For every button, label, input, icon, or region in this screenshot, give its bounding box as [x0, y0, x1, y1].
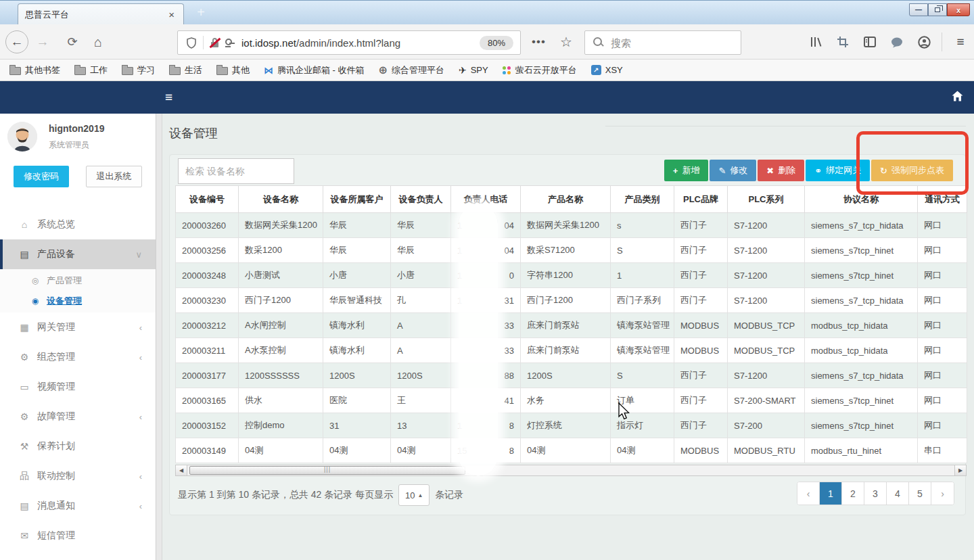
device-search-input[interactable]: [178, 158, 294, 184]
app-home-icon[interactable]: [952, 91, 963, 101]
page-button-2[interactable]: 2: [842, 482, 864, 505]
sidebar-item-message-notify[interactable]: ▤ 消息通知 ‹: [0, 491, 156, 521]
back-button[interactable]: ←: [5, 24, 28, 60]
bookmark-ezviz[interactable]: 萤石云开放平台: [503, 64, 577, 76]
browser-tab[interactable]: 思普云平台 ×: [18, 3, 184, 25]
library-icon[interactable]: [807, 24, 825, 60]
shield-icon[interactable]: [186, 37, 197, 49]
bookmark-folder-work[interactable]: 工作: [74, 64, 108, 76]
url-domain: iot.idosp.net: [241, 37, 296, 49]
horizontal-scrollbar[interactable]: ◀ ▶: [175, 465, 967, 476]
sidebar-toggle-icon[interactable]: [861, 24, 879, 60]
url-text[interactable]: iot.idosp.net/admin/index.html?lang: [241, 37, 480, 49]
col-owner[interactable]: 设备负责人: [391, 186, 451, 213]
bookmark-folder-life[interactable]: 生活: [169, 64, 202, 76]
sidebar-item-overview[interactable]: ⌂ 系统总览: [0, 210, 156, 239]
page-button-1[interactable]: 1: [820, 482, 842, 505]
col-product[interactable]: 产品名称: [521, 186, 611, 213]
page-button-5[interactable]: 5: [909, 482, 931, 505]
user-role: 系统管理员: [49, 139, 89, 151]
window-titlebar: 思普云平台 × + — x: [0, 0, 974, 24]
sidebar-item-device-mgmt[interactable]: ◉ 设备管理: [0, 291, 156, 311]
sidebar-item-gateway-mgmt[interactable]: ▦ 网关管理 ‹: [0, 312, 156, 342]
folder-icon: [216, 67, 228, 75]
url-bar[interactable]: iot.idosp.net/admin/index.html?lang 80%: [177, 30, 521, 55]
table-row[interactable]: 200003149 04测 04测 04测 158 04测 04测 MODBUS…: [176, 438, 967, 463]
page-actions-icon[interactable]: •••: [532, 24, 546, 60]
menu-hamburger-icon[interactable]: ≡: [951, 24, 970, 60]
browser-search-box[interactable]: [584, 30, 741, 55]
col-customer[interactable]: 设备所属客户: [323, 186, 391, 213]
insecure-lock-icon[interactable]: [210, 38, 220, 48]
edit-button[interactable]: ✎ 修改: [710, 160, 756, 181]
table-row[interactable]: 200003211 A水泵控制 镇海水利 A 33 庶来门前泵站 镇海泵站管理 …: [176, 338, 967, 363]
sidebar-item-space-mgmt[interactable]: ▦ 空间管理: [0, 551, 156, 560]
reload-button[interactable]: ⟳: [64, 24, 81, 60]
browser-toolbar: ← → ⟳ ⌂ iot.idosp.net/admin/index.html?l…: [0, 24, 974, 60]
table-row[interactable]: 200003256 数采1200 华辰 华辰 104 数采S71200 S 西门…: [176, 238, 967, 263]
delete-button[interactable]: ✖ 删除: [758, 160, 804, 181]
sidebar-scrollbar[interactable]: [156, 114, 162, 560]
zoom-level-badge[interactable]: 80%: [480, 36, 513, 50]
col-device-name[interactable]: 设备名称: [239, 186, 323, 213]
bookmark-mgmt-platform[interactable]: ⊕综合管理平台: [379, 64, 444, 76]
annotation-highlight-box: [856, 131, 969, 195]
urlbar-divider: [203, 36, 204, 49]
page-size-select[interactable]: 10 ▲: [398, 484, 430, 506]
close-button[interactable]: x: [947, 3, 970, 16]
sidebar-item-fault-mgmt[interactable]: ⚙ 故障管理 ‹: [0, 402, 156, 431]
col-plc-brand[interactable]: PLC品牌: [674, 186, 728, 213]
plane-icon: ✈: [459, 65, 467, 76]
col-plc-series[interactable]: PLC系列: [728, 186, 805, 213]
change-password-button[interactable]: 修改密码: [14, 166, 69, 187]
bookmark-folder-misc[interactable]: 其他: [216, 64, 250, 76]
sidebar-collapse-icon[interactable]: ≡: [165, 90, 172, 105]
scrollbar-thumb[interactable]: [189, 466, 465, 475]
add-button[interactable]: + 新增: [664, 160, 709, 181]
browser-home-button[interactable]: ⌂: [89, 24, 107, 60]
prev-page-button[interactable]: ‹: [797, 482, 820, 505]
table-row[interactable]: 200003212 A水闸控制 镇海水利 A 33 庶来门前泵站 镇海泵站管理 …: [176, 313, 967, 338]
permissions-icon[interactable]: [225, 39, 235, 47]
bookmark-folder-study[interactable]: 学习: [122, 64, 155, 76]
account-icon[interactable]: [915, 24, 933, 60]
logout-button[interactable]: 退出系统: [86, 166, 142, 187]
page-button-4[interactable]: 4: [887, 482, 909, 505]
bookmark-tencent-mail[interactable]: ⋈腾讯企业邮箱 - 收件箱: [264, 64, 365, 76]
tab-close-icon[interactable]: ×: [166, 9, 177, 20]
sidebar-item-product-device[interactable]: ▤ 产品设备 ∨: [0, 239, 156, 269]
sidebar-item-maintenance-plan[interactable]: ⚒ 保养计划: [0, 431, 156, 461]
new-tab-button[interactable]: +: [192, 5, 210, 21]
table-row[interactable]: 200003152 控制demo 31 13 18 灯控系统 指示灯 西门子 S…: [176, 413, 967, 438]
table-row[interactable]: 200003177 1200SSSSSS 1200S 1200S 88 1200…: [176, 363, 967, 388]
sidebar-item-product-mgmt[interactable]: ◎ 产品管理: [0, 271, 156, 291]
browser-search-input[interactable]: [611, 37, 719, 49]
bookmark-folder-other[interactable]: 其他书签: [9, 64, 60, 76]
restore-button[interactable]: [928, 3, 947, 16]
forward-button[interactable]: →: [34, 24, 51, 60]
sidebar-item-sms-mgmt[interactable]: ✉ 短信管理: [0, 521, 156, 551]
sidebar-item-video-mgmt[interactable]: ▭ 视频管理: [0, 372, 156, 402]
next-page-button[interactable]: ›: [931, 482, 954, 505]
scroll-right-arrow[interactable]: ▶: [954, 465, 966, 475]
minimize-button[interactable]: —: [909, 3, 928, 16]
table-row[interactable]: 200003230 西门子1200 华辰智通科技 孔 131 西门子1200 西…: [176, 288, 967, 313]
bookmark-xsy[interactable]: ↗XSY: [591, 65, 623, 75]
pocket-chat-icon[interactable]: [888, 24, 906, 60]
bookmark-spy[interactable]: ✈SPY: [459, 65, 488, 76]
screenshot-crop-icon[interactable]: [834, 24, 852, 60]
window-controls: — x: [909, 3, 970, 16]
table-row[interactable]: 200003165 供水 医院 王 41 水务 订单 西门子 S7-200-SM…: [176, 388, 967, 413]
sidebar-item-linkage-control[interactable]: 品 联动控制 ‹: [0, 461, 156, 491]
home-icon: ⌂: [17, 219, 32, 230]
table-row[interactable]: 200003260 数据网关采集1200 华辰 华辰 104 数据网关采集120…: [176, 213, 967, 238]
col-category[interactable]: 产品类别: [611, 186, 674, 213]
records-summary: 显示第 1 到第 10 条记录，总共 42 条记录 每页显示 10 ▲ 条记录: [178, 484, 463, 506]
bookmark-star-icon[interactable]: ☆: [560, 24, 572, 60]
scroll-left-arrow[interactable]: ◀: [176, 465, 187, 475]
url-path: /admin/index.html?lang: [296, 37, 400, 49]
table-row[interactable]: 200003248 小唐测试 小唐 小唐 10 字符串1200 1 西门子 S7…: [176, 263, 967, 288]
sidebar-item-config-mgmt[interactable]: ⚙ 组态管理 ‹: [0, 342, 156, 372]
col-device-id[interactable]: 设备编号: [176, 186, 239, 213]
page-button-3[interactable]: 3: [864, 482, 887, 505]
